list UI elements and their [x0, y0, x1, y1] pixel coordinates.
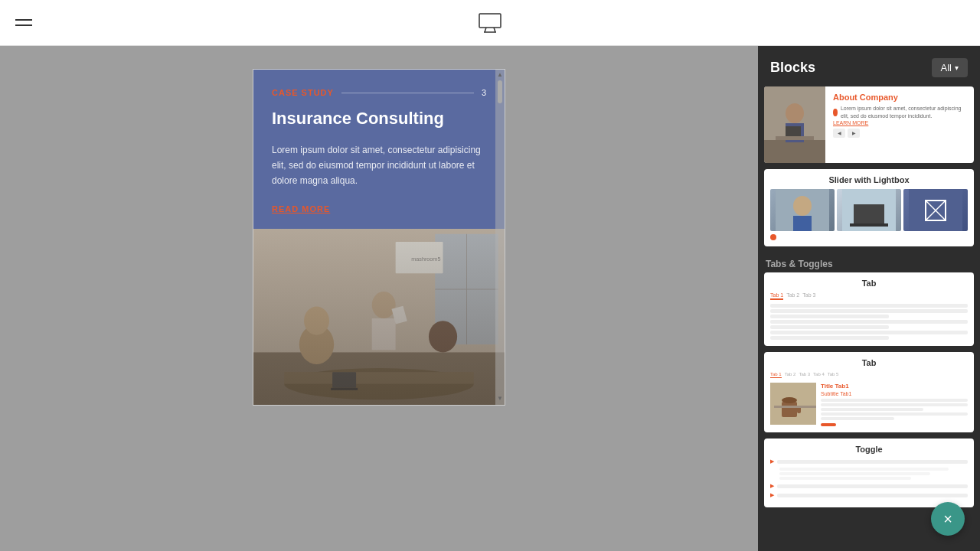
image-overlay: [253, 229, 505, 405]
slider-dot-row: [770, 234, 968, 240]
tab-1-line-1: [770, 304, 968, 308]
toggle-item-3[interactable]: ▶: [770, 492, 968, 498]
slider-image-1: [770, 189, 835, 231]
case-study-body: Lorem ipsum dolor sit amet, consectetur …: [272, 142, 486, 189]
tab-1-nav: Tab 1 Tab 2 Tab 3: [770, 292, 968, 300]
tab-1-line-2: [770, 309, 968, 313]
blocks-title: Blocks: [770, 60, 815, 76]
about-company-link[interactable]: LEARN MORE: [833, 120, 966, 126]
toggle-item-2[interactable]: ▶: [770, 483, 968, 489]
case-study-divider: [341, 93, 474, 93]
svg-rect-32: [850, 223, 888, 227]
about-company-controls: ◀ ▶: [833, 129, 966, 138]
slider-image-3: [903, 189, 968, 231]
person-icon: [833, 109, 838, 116]
scroll-arrow-down: ▼: [497, 395, 503, 402]
tab-2-line-1: [821, 399, 968, 402]
block-item-about-company[interactable]: About Company Lorem ipsum dolor sit amet…: [764, 86, 974, 163]
toggle-label-2: [777, 484, 968, 488]
toggle-content-lines: [779, 468, 968, 480]
tab-2-line-3: [821, 408, 923, 411]
scroll-arrow-up: ▲: [497, 71, 503, 78]
tab-1-line-6: [770, 331, 968, 334]
scroll-thumb: [498, 80, 502, 103]
tab-1-line-4: [770, 320, 968, 324]
about-company-image: [764, 86, 825, 163]
svg-rect-29: [793, 216, 812, 231]
all-filter-button[interactable]: All: [932, 58, 968, 77]
slider-images: [770, 189, 968, 231]
toggle-arrow-1: ▶: [770, 458, 774, 465]
preview-card: ▲ ▼ CASE STUDY 3 Insurance Consulting Lo…: [253, 69, 505, 406]
tab-2-image: [770, 383, 816, 425]
svg-rect-31: [854, 204, 884, 223]
about-company-icon-row: Lorem ipsum dolor sit amet, consectetur …: [833, 105, 966, 120]
slider-image-2: [837, 189, 901, 231]
svg-line-1: [485, 28, 486, 32]
tab-2-nav-item-1[interactable]: Tab 1: [770, 372, 782, 378]
toggle-item-1[interactable]: ▶: [770, 458, 968, 465]
tab-2-link: [821, 423, 836, 426]
tab-2-line-5: [821, 417, 894, 420]
toggle-arrow-2: ▶: [770, 483, 774, 489]
tab-2-line-4: [821, 412, 968, 416]
menu-icon[interactable]: [15, 19, 32, 26]
tab-1-line-7: [770, 336, 889, 340]
block-item-tab-2[interactable]: Tab Tab 1 Tab 2 Tab 3 Tab 4 Tab 5: [764, 352, 974, 432]
right-panel-header: Blocks All: [758, 46, 980, 86]
toggle-title: Toggle: [770, 445, 968, 454]
main-layout: ▲ ▼ CASE STUDY 3 Insurance Consulting Lo…: [0, 46, 980, 551]
tab-2-nav-item-3[interactable]: Tab 3: [799, 372, 810, 378]
tab-2-nav-item-5[interactable]: Tab 5: [828, 372, 839, 378]
svg-point-40: [782, 397, 797, 403]
toggle-line-1: [779, 468, 949, 471]
tab-1-title: Tab: [770, 279, 968, 288]
canvas-area: ▲ ▼ CASE STUDY 3 Insurance Consulting Lo…: [0, 46, 758, 551]
tab-2-nav: Tab 1 Tab 2 Tab 3 Tab 4 Tab 5: [770, 372, 968, 378]
svg-rect-41: [774, 406, 816, 408]
block-item-tab-1[interactable]: Tab Tab 1 Tab 2 Tab 3: [764, 272, 974, 346]
tab-1-line-3: [770, 315, 889, 318]
tab-2-text-area: Title Tab1 Subtitle Tab1: [821, 383, 968, 426]
about-company-image-overlay: [764, 86, 825, 163]
tab-2-content-subtitle: Subtitle Tab1: [821, 391, 968, 396]
case-study-image: mashroom5: [253, 229, 505, 405]
slider-lightbox-title: Slider with Lightbox: [770, 175, 968, 184]
canvas-scrollbar[interactable]: ▲ ▼: [495, 70, 505, 405]
about-company-title: About Company: [833, 93, 966, 102]
block-item-slider-lightbox[interactable]: Slider with Lightbox: [764, 169, 974, 246]
right-panel-content[interactable]: About Company Lorem ipsum dolor sit amet…: [758, 86, 980, 551]
tab-2-nav-item-2[interactable]: Tab 2: [785, 372, 796, 378]
case-study-number: 3: [482, 88, 486, 97]
block-item-toggle[interactable]: Toggle ▶ ▶ ▶: [764, 439, 974, 507]
toggle-arrow-3: ▶: [770, 492, 774, 498]
tab-2-line-2: [821, 403, 968, 406]
toggle-line-2: [779, 472, 930, 475]
about-company-text: Lorem ipsum dolor sit amet, consectetur …: [841, 105, 966, 120]
tab-2-title: Tab: [770, 358, 968, 367]
case-study-photo: mashroom5: [253, 229, 505, 405]
about-company-content: About Company Lorem ipsum dolor sit amet…: [825, 86, 974, 163]
tab-1-nav-item-2[interactable]: Tab 2: [786, 292, 799, 300]
tab-1-nav-item-1[interactable]: Tab 1: [770, 292, 783, 300]
toggle-line-3: [779, 477, 911, 480]
svg-line-2: [494, 28, 495, 32]
svg-rect-38: [782, 402, 797, 417]
case-study-header: CASE STUDY 3: [272, 88, 486, 97]
block-control-btn-1[interactable]: ◀: [833, 129, 845, 138]
tab-2-content-title: Title Tab1: [821, 383, 968, 390]
tab-1-content: [770, 304, 968, 340]
tab-2-nav-item-4[interactable]: Tab 4: [813, 372, 825, 378]
read-more-link[interactable]: READ MORE: [272, 204, 486, 214]
case-study-label: CASE STUDY: [272, 88, 334, 97]
svg-point-28: [793, 196, 812, 216]
close-fab-button[interactable]: ×: [931, 502, 965, 536]
tab-1-nav-item-3[interactable]: Tab 3: [802, 292, 815, 300]
right-panel: Blocks All: [758, 46, 980, 551]
block-control-btn-2[interactable]: ▶: [848, 129, 860, 138]
case-study-section: CASE STUDY 3 Insurance Consulting Lorem …: [253, 70, 505, 229]
tab-2-lines: [821, 399, 968, 420]
slider-dot-active: [770, 234, 776, 240]
toggle-label-1: [777, 460, 968, 464]
svg-rect-0: [479, 14, 501, 28]
